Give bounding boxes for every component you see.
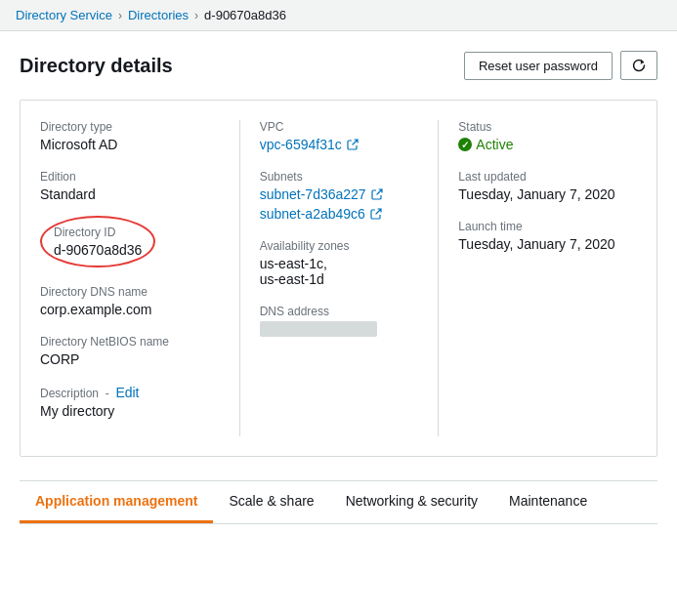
tab-maintenance[interactable]: Maintenance	[493, 481, 603, 523]
directory-id-item: Directory ID d-90670a8d36	[40, 220, 220, 267]
tab-scale-share[interactable]: Scale & share	[213, 481, 329, 523]
header-row: Directory details Reset user password	[20, 51, 657, 80]
az-value: us-east-1c, us-east-1d	[260, 256, 419, 287]
details-col3: Status ✓ Active Last updated Tuesday, Ja…	[438, 120, 637, 436]
subnet1-external-link-icon	[371, 188, 383, 200]
edition-label: Edition	[40, 170, 220, 184]
reset-password-button[interactable]: Reset user password	[464, 52, 613, 80]
page-title: Directory details	[20, 55, 173, 77]
az-item: Availability zones us-east-1c, us-east-1…	[260, 239, 419, 287]
directory-id-highlight: Directory ID d-90670a8d36	[40, 216, 155, 267]
tabs-container: Application management Scale & share Net…	[20, 480, 657, 524]
refresh-icon	[631, 58, 647, 73]
directory-id-label: Directory ID	[54, 226, 142, 239]
status-label: Status	[458, 120, 617, 134]
breadcrumb-directories[interactable]: Directories	[128, 8, 189, 22]
launch-time-item: Launch time Tuesday, January 7, 2020	[458, 220, 617, 252]
description-label: Description - Edit	[40, 385, 220, 400]
dns-address-label: DNS address	[260, 305, 419, 318]
dns-name-item: Directory DNS name corp.example.com	[40, 285, 220, 317]
netbios-value: CORP	[40, 351, 220, 367]
directory-type-label: Directory type	[40, 120, 220, 134]
directory-type-value: Microsoft AD	[40, 137, 220, 152]
details-col1: Directory type Microsoft AD Edition Stan…	[40, 120, 239, 436]
launch-time-label: Launch time	[458, 220, 617, 233]
vpc-label: VPC	[260, 120, 419, 134]
breadcrumb: Directory Service › Directories › d-9067…	[0, 0, 677, 31]
breadcrumb-current: d-90670a8d36	[204, 8, 286, 22]
dns-address-item: DNS address	[260, 305, 419, 337]
az-label: Availability zones	[260, 239, 419, 253]
subnets-item: Subnets subnet-7d36a227 subnet-a2ab49c6	[260, 170, 419, 222]
tabs: Application management Scale & share Net…	[20, 481, 657, 524]
vpc-item: VPC vpc-6594f31c	[260, 120, 419, 152]
subnet1-value[interactable]: subnet-7d36a227	[260, 186, 383, 202]
description-value: My directory	[40, 403, 220, 419]
status-item: Status ✓ Active	[458, 120, 617, 152]
status-active-icon: ✓	[458, 138, 472, 151]
external-link-icon	[347, 139, 359, 150]
directory-id-value: d-90670a8d36	[54, 242, 142, 258]
details-col2: VPC vpc-6594f31c Subnets subnet-7d36a227	[239, 120, 439, 436]
launch-time-value: Tuesday, January 7, 2020	[458, 236, 617, 252]
dns-name-value: corp.example.com	[40, 302, 220, 317]
description-edit-link[interactable]: Edit	[115, 385, 139, 400]
last-updated-value: Tuesday, January 7, 2020	[458, 186, 617, 202]
tab-application-management[interactable]: Application management	[20, 481, 213, 523]
subnet2-external-link-icon	[370, 208, 382, 220]
breadcrumb-sep-1: ›	[118, 9, 122, 22]
netbios-item: Directory NetBIOS name CORP	[40, 335, 220, 367]
subnets-label: Subnets	[260, 170, 419, 184]
main-content: Directory details Reset user password Di…	[0, 31, 677, 524]
description-item: Description - Edit My directory	[40, 385, 220, 419]
edition-value: Standard	[40, 186, 220, 202]
tab-networking-security[interactable]: Networking & security	[330, 481, 493, 523]
dns-name-label: Directory DNS name	[40, 285, 220, 299]
vpc-value[interactable]: vpc-6594f31c	[260, 137, 359, 152]
dns-address-value	[260, 321, 377, 337]
subnet2-value[interactable]: subnet-a2ab49c6	[260, 206, 382, 222]
header-actions: Reset user password	[464, 51, 657, 80]
details-section: Directory type Microsoft AD Edition Stan…	[20, 100, 657, 457]
last-updated-item: Last updated Tuesday, January 7, 2020	[458, 170, 617, 202]
breadcrumb-directory-service[interactable]: Directory Service	[16, 8, 112, 22]
status-value: ✓ Active	[458, 137, 617, 152]
last-updated-label: Last updated	[458, 170, 617, 184]
netbios-label: Directory NetBIOS name	[40, 335, 220, 349]
directory-type-item: Directory type Microsoft AD	[40, 120, 220, 152]
edition-item: Edition Standard	[40, 170, 220, 202]
refresh-button[interactable]	[620, 51, 657, 80]
breadcrumb-sep-2: ›	[194, 9, 198, 22]
